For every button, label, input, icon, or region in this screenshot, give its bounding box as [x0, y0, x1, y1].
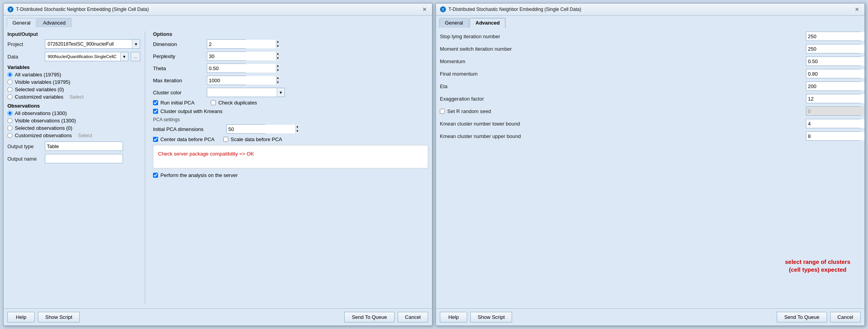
left-tab-general[interactable]: General	[7, 18, 36, 28]
left-send-queue-button[interactable]: Send To Queue	[344, 312, 394, 322]
left-io-panel: Input/Output Project 07262018TestSC_900n…	[7, 31, 140, 304]
app-icon: T	[7, 6, 14, 12]
project-row: Project 07262018TestSC_900nucleiFull ▼	[7, 39, 140, 49]
right-cancel-button[interactable]: Cancel	[830, 312, 861, 322]
right-send-queue-button[interactable]: Send To Queue	[777, 312, 827, 322]
left-footer-right: Send To Queue Cancel	[344, 312, 428, 322]
theta-input[interactable]	[207, 64, 276, 73]
data-select[interactable]: 900NucleiQuantification.SingleCellC ▼	[45, 52, 128, 61]
obs-visible-radio[interactable]	[7, 118, 12, 123]
variables-label: Variables	[7, 64, 140, 70]
obs-all-row: All observations (1300)	[7, 110, 140, 116]
run-pca-row: Run initial PCA Check duplicates	[153, 100, 428, 106]
center-data-checkbox[interactable]	[153, 137, 158, 142]
final-momentum-input[interactable]	[806, 69, 864, 78]
obs-all-radio[interactable]	[7, 111, 12, 116]
initial-pca-up-button[interactable]: ▲	[295, 125, 299, 129]
project-dropdown-arrow[interactable]: ▼	[132, 40, 140, 48]
dimension-input[interactable]	[207, 40, 276, 48]
var-visible-radio[interactable]	[7, 80, 12, 85]
observations-section: Observations All observations (1300) Vis…	[7, 103, 140, 138]
obs-visible-row: Visible observations (1300)	[7, 118, 140, 124]
left-footer-left: Help Show Script	[7, 312, 80, 322]
exaggeration-input[interactable]	[806, 94, 864, 103]
perplexity-down-button[interactable]: ▼	[276, 56, 279, 60]
max-iteration-spinbox: ▲ ▼	[207, 76, 246, 85]
obs-custom-radio[interactable]	[7, 133, 12, 138]
perplexity-up-button[interactable]: ▲	[276, 52, 279, 56]
var-custom-label: Customized variables	[15, 94, 63, 100]
perform-server-checkbox[interactable]	[153, 173, 158, 178]
right-show-script-button[interactable]: Show Script	[470, 312, 512, 322]
output-type-input[interactable]	[45, 142, 123, 151]
right-tab-general[interactable]: General	[439, 18, 469, 28]
left-close-button[interactable]: ✕	[421, 6, 428, 13]
obs-selected-radio[interactable]	[7, 126, 12, 131]
pca-settings-label: PCA settings	[153, 117, 428, 122]
obs-selected-row: Selected observations (0)	[7, 125, 140, 131]
cluster-color-select[interactable]: ▼	[207, 88, 285, 97]
right-close-button[interactable]: ✕	[854, 6, 861, 13]
kmean-lower-input[interactable]	[806, 119, 864, 128]
annotation-container: select range of clusters (cell types) ex…	[779, 258, 857, 273]
cluster-color-row: Cluster color ▼	[153, 88, 428, 97]
right-tabs: General Advanced	[436, 16, 864, 28]
data-dropdown-arrow[interactable]: ▼	[120, 52, 128, 61]
left-cancel-button[interactable]: Cancel	[398, 312, 428, 322]
r-random-seed-checkbox[interactable]	[440, 109, 445, 114]
panel-divider	[145, 31, 145, 304]
eta-input[interactable]	[806, 82, 864, 90]
output-name-input[interactable]	[45, 154, 123, 163]
check-duplicates-label: Check duplicates	[218, 100, 257, 106]
io-section-label: Input/Output	[7, 31, 140, 37]
left-tab-advanced[interactable]: Advanced	[37, 18, 71, 27]
right-tab-advanced[interactable]: Advanced	[470, 18, 505, 28]
theta-up-button[interactable]: ▲	[276, 64, 279, 68]
left-tabs: General Advanced	[4, 16, 432, 27]
var-selected-radio[interactable]	[7, 87, 12, 92]
dimension-row: Dimension ▲ ▼	[153, 39, 428, 49]
project-select[interactable]: 07262018TestSC_900nucleiFull ▼	[45, 39, 140, 49]
stop-lying-input[interactable]	[806, 32, 864, 41]
right-title-bar: T T-Distributed Stochastic Neighbor Embe…	[436, 4, 864, 16]
right-help-button[interactable]: Help	[440, 312, 467, 322]
max-iteration-label: Max iteration	[153, 78, 204, 83]
r-random-seed-spinbox: ▲ ▼	[806, 106, 861, 116]
perplexity-input[interactable]	[207, 52, 276, 60]
initial-pca-spinbox: ▲ ▼	[226, 124, 265, 134]
dimension-down-button[interactable]: ▼	[276, 44, 279, 48]
final-momentum-row: Final momentum ▲ ▼	[440, 69, 861, 78]
max-iteration-up-button[interactable]: ▲	[276, 76, 279, 80]
theta-down-button[interactable]: ▼	[276, 68, 279, 73]
data-browse-button[interactable]: …	[131, 52, 140, 61]
stop-lying-row: Stop lying iteration number ▲ ▼	[440, 32, 861, 41]
initial-pca-input[interactable]	[227, 125, 295, 133]
r-random-seed-input[interactable]	[806, 107, 864, 115]
initial-pca-down-button[interactable]: ▼	[295, 129, 299, 133]
cluster-kmeans-label: Cluster output with Kmeans	[160, 108, 222, 114]
momentum-input[interactable]	[806, 57, 864, 65]
scale-data-checkbox[interactable]	[223, 137, 228, 142]
cluster-kmeans-checkbox[interactable]	[153, 109, 158, 114]
dimension-label: Dimension	[153, 41, 204, 47]
perform-server-label: Perform the analysis on the server	[160, 172, 238, 178]
data-row: Data 900NucleiQuantification.SingleCellC…	[7, 52, 140, 61]
annotation-text: select range of clusters (cell types) ex…	[785, 258, 850, 273]
cluster-color-arrow[interactable]: ▼	[277, 88, 285, 97]
var-selected-label: Selected variables (0)	[15, 87, 64, 92]
left-help-button[interactable]: Help	[7, 312, 35, 322]
var-all-radio[interactable]	[7, 72, 12, 77]
right-footer: Help Show Script Send To Queue Cancel	[436, 308, 864, 325]
max-iteration-input[interactable]	[207, 76, 276, 85]
left-show-script-button[interactable]: Show Script	[38, 312, 80, 322]
eta-row: Eta ▲ ▼	[440, 81, 861, 91]
max-iteration-down-button[interactable]: ▼	[276, 80, 279, 85]
kmean-upper-row: Kmean cluster number upper bound ▲ ▼	[440, 131, 861, 141]
var-custom-radio[interactable]	[7, 94, 12, 99]
run-pca-checkbox[interactable]	[153, 100, 158, 105]
moment-switch-input[interactable]	[806, 44, 864, 53]
check-duplicates-checkbox[interactable]	[211, 100, 216, 105]
kmean-upper-input[interactable]	[806, 132, 864, 140]
perplexity-label: Perplexity	[153, 53, 204, 59]
dimension-up-button[interactable]: ▲	[276, 40, 279, 44]
